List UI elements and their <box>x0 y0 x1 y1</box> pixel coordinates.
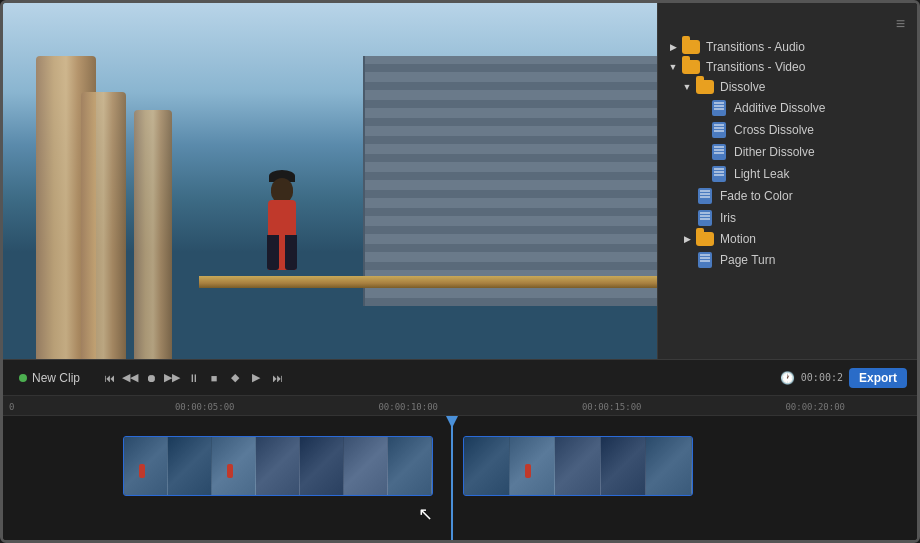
timeline-ruler: 0 00:00:05:0000:00:10:0000:00:15:0000:00… <box>3 396 917 416</box>
folder-icon-dissolve <box>696 80 714 94</box>
file-icon-dither-dissolve <box>712 144 726 160</box>
fast-forward-button[interactable]: ▶▶ <box>163 369 181 387</box>
timeline-area[interactable]: 0 00:00:05:0000:00:10:0000:00:15:0000:00… <box>3 395 917 540</box>
pause-button[interactable]: ⏸ <box>184 369 202 387</box>
file-icon-iris <box>698 210 712 226</box>
new-clip-button[interactable]: New Clip <box>13 368 86 388</box>
folder-icon-transitions-audio <box>682 40 700 54</box>
clip-thumb-1-7 <box>388 437 432 495</box>
ruler-mark: 00:00:15:00 <box>510 402 714 412</box>
clip-thumb-1-6 <box>344 437 388 495</box>
ruler-marks: 00:00:05:0000:00:10:0000:00:15:0000:00:2… <box>103 402 917 412</box>
skip-to-end-button[interactable]: ⏭ <box>268 369 286 387</box>
clip-thumb-2-2 <box>510 437 556 495</box>
label-transitions-audio: Transitions - Audio <box>706 40 805 54</box>
folder-icon-motion <box>696 232 714 246</box>
stop-button[interactable]: ■ <box>205 369 223 387</box>
export-label: Export <box>859 371 897 385</box>
label-dither-dissolve: Dither Dissolve <box>734 145 815 159</box>
tree-item-light-leak[interactable]: Light Leak <box>658 163 917 185</box>
file-icon-additive-dissolve <box>712 100 726 116</box>
clip-thumb-2-5 <box>646 437 692 495</box>
tree-item-dissolve[interactable]: ▼Dissolve <box>658 77 917 97</box>
tree-item-dither-dissolve[interactable]: Dither Dissolve <box>658 141 917 163</box>
record-button[interactable]: ⏺ <box>142 369 160 387</box>
file-icon-light-leak <box>712 166 726 182</box>
arrow-light-leak <box>694 167 708 181</box>
label-cross-dissolve: Cross Dissolve <box>734 123 814 137</box>
timeline-tracks: ↖ <box>3 416 917 540</box>
marker-button[interactable]: ◆ <box>226 369 244 387</box>
clip-thumb-2-3 <box>555 437 601 495</box>
column-3 <box>134 110 172 359</box>
label-light-leak: Light Leak <box>734 167 789 181</box>
file-icon-page-turn <box>698 252 712 268</box>
clip-thumb-2-1 <box>464 437 510 495</box>
ruler-mark: 00:00:10:00 <box>307 402 511 412</box>
arrow-page-turn <box>680 253 694 267</box>
new-clip-indicator <box>19 374 27 382</box>
tree-item-fade-to-color[interactable]: Fade to Color <box>658 185 917 207</box>
file-icon-cross-dissolve <box>712 122 726 138</box>
clip-thumb-1-1 <box>124 437 168 495</box>
tree-item-transitions-audio[interactable]: ▶Transitions - Audio <box>658 37 917 57</box>
transport-controls: ⏮ ◀◀ ⏺ ▶▶ ⏸ ■ ◆ ▶ ⏭ <box>100 369 286 387</box>
ledge <box>199 276 657 288</box>
panel-menu: ≡ <box>658 9 917 37</box>
arrow-fade-to-color <box>680 189 694 203</box>
play-button[interactable]: ▶ <box>247 369 265 387</box>
clip-thumb-1-4 <box>256 437 300 495</box>
tree-item-iris[interactable]: Iris <box>658 207 917 229</box>
tree-item-motion[interactable]: ▶Motion <box>658 229 917 249</box>
leg-left <box>267 235 279 270</box>
panel-menu-icon[interactable]: ≡ <box>892 13 909 35</box>
arrow-iris <box>680 211 694 225</box>
clip-thumb-2-4 <box>601 437 647 495</box>
clip-thumb-1-2 <box>168 437 212 495</box>
rewind-button[interactable]: ◀◀ <box>121 369 139 387</box>
arrow-dither-dissolve <box>694 145 708 159</box>
arrow-motion: ▶ <box>680 232 694 246</box>
label-transitions-video: Transitions - Video <box>706 60 805 74</box>
label-fade-to-color: Fade to Color <box>720 189 793 203</box>
person-head <box>271 178 293 202</box>
label-additive-dissolve: Additive Dissolve <box>734 101 825 115</box>
file-icon-fade-to-color <box>698 188 712 204</box>
clip-1-thumbnails <box>124 437 432 495</box>
background-building <box>363 56 657 305</box>
export-button[interactable]: Export <box>849 368 907 388</box>
timeline-clip-1[interactable] <box>123 436 433 496</box>
ruler-mark: 00:00:05:00 <box>103 402 307 412</box>
video-background <box>3 3 657 359</box>
bottom-toolbar: New Clip ⏮ ◀◀ ⏺ ▶▶ ⏸ ■ ◆ ▶ ⏭ 🕐 00:00:2 E… <box>3 359 917 395</box>
skip-to-start-button[interactable]: ⏮ <box>100 369 118 387</box>
tree-item-page-turn[interactable]: Page Turn <box>658 249 917 271</box>
label-motion: Motion <box>720 232 756 246</box>
person-figure <box>252 150 312 270</box>
arrow-additive-dissolve <box>694 101 708 115</box>
ruler-mark: 00:00:20:00 <box>714 402 918 412</box>
label-iris: Iris <box>720 211 736 225</box>
tree-item-transitions-video[interactable]: ▼Transitions - Video <box>658 57 917 77</box>
tree-container: ▶Transitions - Audio▼Transitions - Video… <box>658 37 917 271</box>
arrow-dissolve: ▼ <box>680 80 694 94</box>
timeline-clip-2[interactable] <box>463 436 693 496</box>
ruler-start-time: 0 <box>9 402 14 412</box>
arrow-cross-dissolve <box>694 123 708 137</box>
clip-thumb-1-5 <box>300 437 344 495</box>
tree-item-additive-dissolve[interactable]: Additive Dissolve <box>658 97 917 119</box>
arrow-transitions-video: ▼ <box>666 60 680 74</box>
label-page-turn: Page Turn <box>720 253 775 267</box>
playhead[interactable] <box>451 416 453 540</box>
leg-right <box>285 235 297 270</box>
clip-thumb-1-3 <box>212 437 256 495</box>
clip-2-thumbnails <box>464 437 692 495</box>
export-area: 🕐 00:00:2 Export <box>780 368 907 388</box>
person-legs <box>267 235 297 270</box>
video-preview[interactable] <box>3 3 657 359</box>
cursor-indicator: ↖ <box>418 503 433 525</box>
new-clip-label: New Clip <box>32 371 80 385</box>
clock-icon: 🕐 <box>780 371 795 385</box>
folder-icon-transitions-video <box>682 60 700 74</box>
tree-item-cross-dissolve[interactable]: Cross Dissolve <box>658 119 917 141</box>
